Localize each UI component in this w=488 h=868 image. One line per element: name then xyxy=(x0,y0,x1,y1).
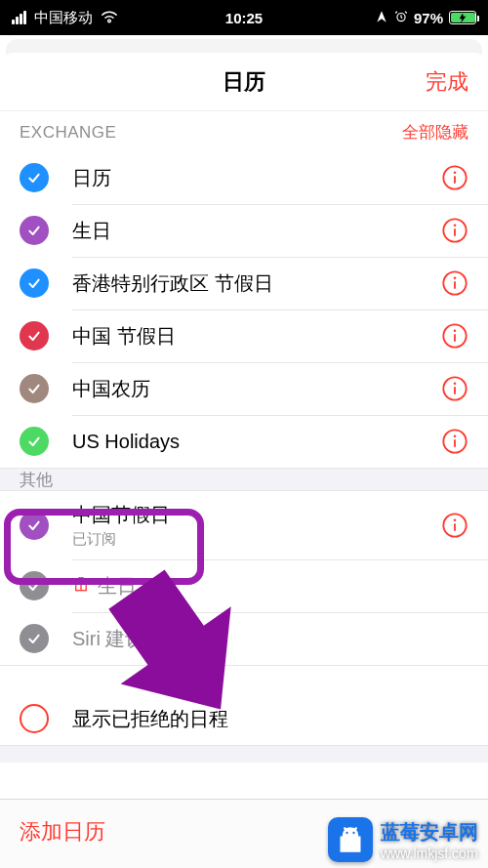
calendar-sublabel: 已订阅 xyxy=(72,530,441,549)
info-icon[interactable] xyxy=(441,375,468,402)
section-title-exchange: EXCHANGE xyxy=(20,123,116,143)
calendar-row-subscribed[interactable]: 中国节假日 已订阅 xyxy=(0,491,488,559)
check-circle-icon[interactable] xyxy=(20,163,49,192)
calendar-row[interactable]: US Holidays xyxy=(0,415,488,468)
calendar-row[interactable]: 中国农历 xyxy=(0,362,488,415)
calendar-row[interactable]: 日历 xyxy=(0,151,488,204)
info-icon[interactable] xyxy=(441,269,468,297)
section-header-exchange: EXCHANGE 全部隐藏 xyxy=(0,111,488,151)
calendar-label: 中国农历 xyxy=(72,376,441,402)
svg-point-9 xyxy=(454,276,457,279)
clock: 10:25 xyxy=(225,10,263,26)
info-icon[interactable] xyxy=(441,428,468,455)
svg-point-12 xyxy=(454,329,457,332)
watermark-logo-icon xyxy=(328,817,373,862)
section-header-other: 其他 xyxy=(0,468,488,491)
calendar-label: 生日 xyxy=(72,573,468,599)
calendar-label: 日历 xyxy=(72,165,441,191)
calendar-label: 香港特别行政区 节假日 xyxy=(72,270,441,297)
battery-percent: 97% xyxy=(414,10,443,26)
calendar-label: US Holidays xyxy=(72,431,441,453)
carrier-label: 中国移动 xyxy=(34,9,93,27)
info-icon[interactable] xyxy=(441,164,468,191)
check-circle-icon[interactable] xyxy=(20,571,49,600)
check-circle-icon[interactable] xyxy=(20,624,49,653)
done-button[interactable]: 完成 xyxy=(426,67,468,97)
info-icon[interactable] xyxy=(441,512,468,539)
status-left: 中国移动 xyxy=(12,9,118,27)
info-icon[interactable] xyxy=(441,322,468,350)
calendar-row-siri[interactable]: Siri 建议 xyxy=(0,612,488,665)
svg-point-3 xyxy=(454,171,457,174)
status-bar: 中国移动 10:25 97% xyxy=(0,0,488,35)
svg-point-24 xyxy=(346,832,347,834)
svg-point-15 xyxy=(454,382,457,385)
info-icon[interactable] xyxy=(441,217,468,244)
calendar-label: Siri 建议 xyxy=(72,626,468,652)
hide-all-button[interactable]: 全部隐藏 xyxy=(402,121,468,144)
watermark-title: 蓝莓安卓网 xyxy=(381,819,478,846)
watermark-text: 蓝莓安卓网 www.lmkjsf.com xyxy=(381,819,478,861)
svg-point-25 xyxy=(352,832,354,834)
check-circle-icon[interactable] xyxy=(20,269,49,298)
calendar-row-birthdays[interactable]: 生日 xyxy=(0,559,488,612)
screen: 中国移动 10:25 97% 日历 完成 EXCHANGE 全部隐藏 xyxy=(0,0,488,868)
calendars-list[interactable]: EXCHANGE 全部隐藏 日历 生日 香港特别行政区 节假日 中 xyxy=(0,111,488,799)
show-rejected-row[interactable]: 显示已拒绝的日程 xyxy=(0,692,488,745)
signal-bars-icon xyxy=(12,11,26,24)
calendar-row[interactable]: 中国 节假日 xyxy=(0,310,488,362)
check-circle-icon[interactable] xyxy=(20,427,49,456)
svg-point-21 xyxy=(454,518,457,521)
sheet-title: 日历 xyxy=(223,67,265,97)
battery-icon xyxy=(449,11,476,24)
calendar-row[interactable]: 香港特别行政区 节假日 xyxy=(0,257,488,310)
svg-point-18 xyxy=(454,434,457,437)
gift-icon xyxy=(72,575,90,598)
check-circle-icon[interactable] xyxy=(20,216,49,245)
add-calendar-button[interactable]: 添加日历 xyxy=(20,819,105,844)
check-circle-icon[interactable] xyxy=(20,374,49,403)
sheet-header: 日历 完成 xyxy=(0,53,488,111)
watermark: 蓝莓安卓网 www.lmkjsf.com xyxy=(328,817,478,862)
calendar-label: 生日 xyxy=(72,218,441,244)
calendar-row[interactable]: 生日 xyxy=(0,204,488,257)
check-circle-icon[interactable] xyxy=(20,511,49,540)
location-icon xyxy=(375,10,388,26)
check-circle-icon[interactable] xyxy=(20,321,49,351)
calendar-label: 中国 节假日 xyxy=(72,323,441,350)
calendars-sheet: 日历 完成 EXCHANGE 全部隐藏 日历 生日 香港特别行政区 节假日 xyxy=(0,53,488,868)
wifi-icon xyxy=(101,10,118,26)
alarm-icon xyxy=(394,10,408,26)
svg-point-6 xyxy=(454,224,457,227)
status-right: 97% xyxy=(375,10,476,26)
calendar-label: 中国节假日 xyxy=(72,502,441,528)
show-rejected-label: 显示已拒绝的日程 xyxy=(72,706,468,732)
watermark-url: www.lmkjsf.com xyxy=(381,846,478,861)
empty-circle-icon[interactable] xyxy=(20,704,49,733)
section-title-other: 其他 xyxy=(0,469,488,492)
